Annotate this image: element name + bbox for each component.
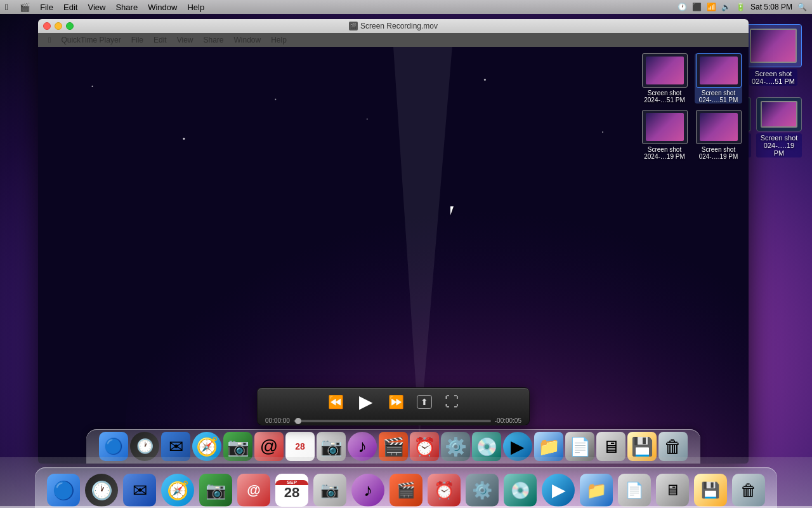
menu-view[interactable]: View	[82, 3, 110, 12]
svg-point-26	[183, 138, 185, 140]
dvdplayer-icon: 🎬	[390, 474, 422, 507]
dock-app-iphoto[interactable]: 📷	[311, 470, 348, 507]
dock-app-address[interactable]: @	[235, 470, 272, 507]
qt-fake-menu:  QuickTime Player File Edit View Share …	[38, 33, 749, 47]
dock-app-itunes[interactable]: ♪	[350, 470, 386, 507]
stacks2-icon: 📄	[618, 474, 651, 507]
file-thumb-4	[696, 110, 742, 144]
menu-items: 🎬 File Edit View Share Window Help	[15, 3, 209, 12]
svg-point-25	[92, 86, 93, 87]
file-label-br: Screen shot024-….19 PM	[756, 133, 802, 157]
dock-app-clock[interactable]: 🕐	[83, 470, 120, 507]
menu-share[interactable]: Share	[110, 3, 143, 12]
window-title-text: Screen Recording.mov	[360, 22, 438, 30]
qt-buttons: ⏪ ▶ ⏩ ⬆ ⛶	[325, 389, 461, 415]
remaining-time: -00:00:05	[495, 417, 521, 424]
icon-row-mid: Screen shot2024-…19 PM Screen shot024-….…	[641, 110, 742, 160]
quicktime-window: 🎬 Screen Recording.mov  QuickTime Playe…	[38, 19, 749, 464]
dock-app-trash[interactable]: 🗑	[730, 470, 767, 507]
file-label-2: Screen shot024-….51 PM	[699, 90, 738, 104]
dock-app-quicktime[interactable]: ▶	[540, 470, 577, 507]
zoom-button[interactable]	[66, 22, 74, 30]
fm-apple: 	[43, 36, 56, 44]
volume-icon: 🔊	[721, 3, 731, 11]
spotlight-icon[interactable]: 🔍	[797, 3, 807, 11]
screenfile-icon-4[interactable]: Screen shot024-….19 PM	[695, 110, 742, 160]
timemachine-icon: ⏰	[428, 474, 461, 507]
share-button[interactable]: ⬆	[417, 395, 432, 409]
menu-quicktime-player[interactable]: 🎬	[15, 3, 35, 12]
file-thumb-1	[642, 53, 688, 88]
itunes-icon: ♪	[351, 474, 384, 507]
scrubber-track[interactable]	[294, 420, 491, 422]
screenfile-icon-3[interactable]: Screen shot2024-…19 PM	[641, 110, 688, 160]
apple-menu[interactable]: 	[5, 2, 8, 12]
fm-quicktime: QuickTime Player	[56, 36, 126, 44]
desktop-screenfile-br[interactable]: Screen shot024-….19 PM	[756, 97, 802, 157]
rewind-button[interactable]: ⏪	[325, 392, 346, 412]
dock-app-stack2[interactable]: 📄	[616, 470, 653, 507]
menu-edit[interactable]: Edit	[58, 3, 82, 12]
safari-icon: 🧭	[161, 474, 194, 507]
thumb-inner-2	[700, 57, 738, 84]
quicktime-icon: ▶	[542, 474, 575, 507]
file-label-selected: Screen shot024-….51 PM	[749, 69, 797, 86]
dock-app-finder[interactable]: 🔵	[45, 470, 82, 507]
finder-icon: 🔵	[47, 474, 80, 507]
desktop-icons-overlay: Screen shot2024-…51 PM Screen shot024-….…	[634, 47, 749, 464]
file-thumb-selected	[745, 24, 802, 67]
minimize-button[interactable]	[55, 22, 62, 30]
clock-menubar-icon: 🕐	[678, 3, 687, 11]
qt-progress-bar[interactable]: 00:00:00 -00:00:05	[265, 417, 521, 424]
scrubber-thumb[interactable]	[295, 418, 301, 424]
stacks3-icon: 💾	[694, 474, 727, 507]
desktop-screenfile-top[interactable]: Screen shot024-….51 PM	[745, 24, 802, 86]
screenfile-icon-1[interactable]: Screen shot2024-…51 PM	[641, 53, 688, 104]
fast-forward-button[interactable]: ⏩	[386, 392, 407, 412]
bluetooth-icon: ⬛	[692, 3, 702, 11]
wifi-icon: 📶	[707, 3, 716, 11]
dock-app-ical[interactable]: SEP 28	[273, 470, 310, 507]
svg-point-27	[275, 98, 276, 100]
file-label-3: Screen shot2024-…19 PM	[644, 146, 684, 160]
dvdstudio-icon: 💿	[504, 474, 537, 507]
play-button[interactable]: ▶	[357, 389, 376, 415]
thumb-screen-br	[761, 101, 797, 128]
qt-controls: ⏪ ▶ ⏩ ⬆ ⛶ 00:00:00 -00:00:05	[257, 387, 530, 425]
menu-window[interactable]: Window	[143, 3, 182, 12]
file-thumb-3	[642, 110, 688, 144]
fullscreen-button[interactable]: ⛶	[442, 391, 461, 413]
dock-app-expose[interactable]: 🖥	[654, 470, 691, 507]
screenfile-icon-2[interactable]: Screen shot024-….51 PM	[695, 53, 742, 104]
thumb-inner-4	[700, 113, 738, 141]
dock-app-dvdstudio[interactable]: 💿	[502, 470, 539, 507]
close-button[interactable]	[43, 22, 51, 30]
svg-point-29	[484, 79, 486, 81]
icon-row-top: Screen shot2024-…51 PM Screen shot024-….…	[641, 53, 742, 104]
stacks1-icon: 📁	[580, 474, 613, 507]
file-icon: 🎬	[349, 22, 358, 30]
dock-app-timemachine[interactable]: ⏰	[426, 470, 462, 507]
ical-icon: SEP 28	[275, 474, 308, 507]
file-label-1: Screen shot2024-…51 PM	[644, 90, 684, 104]
fm-view: View	[172, 36, 199, 44]
fm-window: Window	[229, 36, 266, 44]
thumb-screen-selected	[750, 29, 797, 63]
battery-icon: 🔋	[736, 3, 745, 11]
facetime-icon: 📷	[199, 474, 232, 507]
dock-app-stack1[interactable]: 📁	[578, 470, 615, 507]
dock-app-dvd[interactable]: 🎬	[388, 470, 424, 507]
dock-app-mail[interactable]: ✉	[121, 470, 158, 507]
mail-icon: ✉	[123, 474, 156, 507]
syspreferences-icon: ⚙️	[466, 474, 499, 507]
fm-edit: Edit	[148, 36, 172, 44]
outer-dock: 🔵 🕐 ✉ 🧭 📷 @ SEP 28 📷 ♪ 🎬	[0, 457, 812, 508]
iphoto-icon: 📷	[313, 474, 346, 507]
dock-app-stack3[interactable]: 💾	[692, 470, 729, 507]
expose-icon: 🖥	[656, 474, 689, 507]
menu-help[interactable]: Help	[182, 3, 209, 12]
dock-app-facetime[interactable]: 📷	[197, 470, 234, 507]
dock-app-safari[interactable]: 🧭	[159, 470, 196, 507]
dock-app-sysprefs[interactable]: ⚙️	[464, 470, 501, 507]
menu-file[interactable]: File	[35, 3, 58, 12]
